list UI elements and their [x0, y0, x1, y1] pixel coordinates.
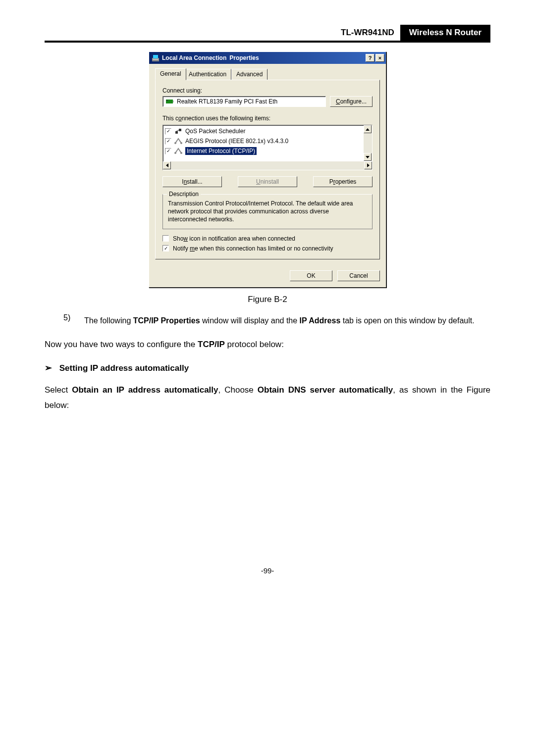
checkbox-icon[interactable]: ✓: [165, 138, 171, 145]
scroll-down-icon[interactable]: [364, 153, 372, 161]
scroll-right-icon[interactable]: [364, 161, 372, 169]
network-icon: [152, 54, 160, 62]
description-legend: Description: [167, 191, 201, 198]
cancel-button[interactable]: Cancel: [337, 270, 380, 281]
protocol-icon: [174, 137, 182, 145]
now-paragraph: Now you have two ways to configure the T…: [45, 337, 490, 352]
svg-point-11: [174, 152, 176, 154]
close-button[interactable]: ×: [375, 54, 384, 62]
tabstrip: General Authentication Advanced: [155, 69, 380, 80]
adapter-field: Realtek RTL8139 Family PCI Fast Eth: [162, 96, 326, 107]
description-text: Transmission Control Protocol/Internet P…: [168, 200, 367, 224]
page-number: -99-: [45, 566, 490, 575]
svg-rect-1: [153, 55, 158, 58]
adapter-name: Realtek RTL8139 Family PCI Fast Eth: [177, 98, 277, 105]
step-5-text: The following TCP/IP Properties window w…: [84, 313, 490, 328]
horizontal-scrollbar[interactable]: [163, 161, 372, 170]
tab-authentication[interactable]: Authentication: [184, 69, 231, 80]
list-item-label: AEGIS Protocol (IEEE 802.1x) v3.4.3.0: [185, 138, 288, 145]
dialog-title-suffix: Properties: [229, 54, 259, 61]
checkbox-icon[interactable]: ✓: [165, 128, 171, 135]
list-item[interactable]: ✓ QoS Packet Scheduler: [165, 126, 370, 136]
notify-label: Notify me when this connection has limit…: [173, 245, 333, 252]
product-subtitle: Wireless N Router: [400, 25, 490, 41]
dialog-title: Local Area Connection: [162, 54, 226, 61]
properties-button[interactable]: Properties: [313, 176, 373, 187]
list-item-label: Internet Protocol (TCP/IP): [185, 147, 257, 155]
protocol-icon: [174, 147, 182, 155]
items-label: This connection uses the following items…: [162, 115, 270, 122]
description-group: Description Transmission Control Protoco…: [162, 194, 373, 229]
tab-advanced[interactable]: Advanced: [231, 69, 268, 80]
setting-auto-heading: Setting IP address automatically: [45, 362, 490, 373]
step-number: 5): [63, 313, 75, 328]
list-item[interactable]: ✓ AEGIS Protocol (IEEE 802.1x) v3.4.3.0: [165, 136, 370, 146]
tab-panel-general: Connect using: Realtek RTL8139 Family PC…: [155, 80, 380, 259]
list-item[interactable]: ✓ Internet Protocol (TCP/IP): [165, 146, 370, 156]
vertical-scrollbar[interactable]: [364, 125, 372, 161]
checkbox-show-icon[interactable]: [162, 235, 169, 242]
nic-icon: [166, 99, 174, 104]
svg-rect-6: [175, 131, 178, 134]
checkbox-notify[interactable]: ✓: [162, 245, 169, 252]
svg-point-12: [180, 152, 182, 154]
svg-point-10: [180, 142, 182, 144]
scroll-up-icon[interactable]: [364, 125, 372, 133]
uninstall-button[interactable]: Uninstall: [238, 176, 297, 187]
properties-dialog: Local Area Connection Properties ? × Gen…: [149, 51, 386, 288]
connect-using-label: Connect using:: [162, 87, 373, 94]
svg-rect-4: [173, 101, 174, 102]
checkbox-icon[interactable]: ✓: [165, 148, 171, 154]
titlebar: Local Area Connection Properties ? ×: [149, 52, 386, 64]
svg-point-9: [174, 142, 176, 144]
install-button[interactable]: Install...: [162, 176, 222, 187]
model-number: TL-WR941ND: [337, 26, 400, 40]
ok-button[interactable]: OK: [290, 270, 332, 281]
show-icon-label: Show icon in notification area when conn…: [173, 235, 295, 242]
list-item-label: QoS Packet Scheduler: [185, 128, 245, 135]
help-button[interactable]: ?: [366, 54, 374, 62]
figure-label: Figure B-2: [45, 295, 490, 304]
scroll-left-icon[interactable]: [163, 161, 171, 169]
select-paragraph: Select Obtain an IP address automaticall…: [45, 382, 490, 413]
page-header: TL-WR941ND Wireless N Router: [45, 25, 490, 43]
scheduler-icon: [174, 127, 182, 135]
items-listbox[interactable]: ✓ QoS Packet Scheduler ✓: [162, 125, 373, 170]
svg-rect-5: [166, 100, 168, 101]
configure-button[interactable]: Configure...: [330, 96, 373, 107]
tab-general[interactable]: General: [155, 68, 186, 80]
